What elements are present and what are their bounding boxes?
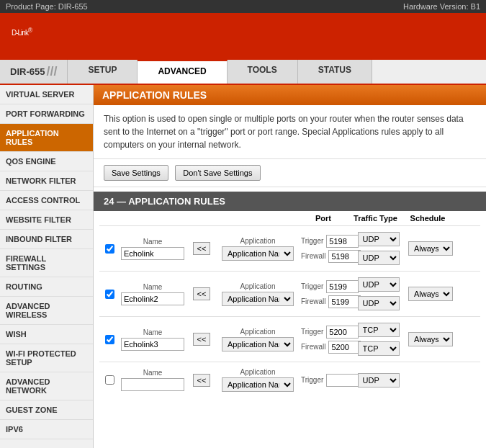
description-text: This option is used to open single or mu…: [104, 114, 464, 150]
logo-text: D-Link®: [12, 29, 32, 37]
rule1-trigger-label: Trigger: [301, 237, 323, 245]
column-headers: Port Traffic Type Schedule: [99, 211, 480, 226]
rule4-name-label: Name: [143, 369, 163, 377]
rule3-firewall-label: Firewall: [301, 343, 325, 351]
sidebar-item-advanced-network[interactable]: ADVANCED NETWORK: [0, 372, 93, 400]
sidebar-item-ipv6[interactable]: IPV6: [0, 420, 93, 439]
rule2-app-label: Application: [240, 282, 276, 290]
logo-trademark: ®: [28, 27, 32, 34]
rule2-firewall-traffic-select[interactable]: UDPTCPBoth: [358, 296, 400, 310]
device-name: DIR-655: [10, 66, 45, 77]
rule1-firewall-label: Firewall: [301, 252, 325, 260]
rule1-name-input[interactable]: [121, 247, 184, 260]
rule3-trigger-label: Trigger: [301, 328, 323, 336]
table-header-text: 24 — APPLICATION RULES: [104, 196, 225, 207]
description-box: This option is used to open single or mu…: [94, 105, 486, 159]
sidebar-item-routing[interactable]: ROUTING: [0, 277, 93, 297]
rule2-firewall-label: Firewall: [301, 297, 325, 305]
rule2-name-input[interactable]: [121, 292, 184, 305]
rule1-name-label: Name: [143, 238, 163, 246]
device-label: DIR-655 ///: [0, 60, 68, 84]
table-row: Name << Application Application Name Tri…: [99, 272, 480, 317]
sidebar-item-application-rules[interactable]: APPLICATION RULES: [0, 124, 93, 152]
sidebar-item-virtual-server[interactable]: VIRTUAL SERVER: [0, 85, 93, 104]
rule1-app-label: Application: [240, 237, 276, 245]
rule3-schedule-select[interactable]: Always: [408, 332, 453, 346]
rule3-name-input[interactable]: [121, 338, 184, 351]
rule1-trigger-row: Trigger: [301, 235, 351, 248]
rule2-trigger-label: Trigger: [301, 282, 323, 290]
rule3-trigger-row: Trigger: [301, 326, 351, 339]
tab-setup[interactable]: SETUP: [68, 60, 138, 84]
sidebar-item-network-filter[interactable]: NETWORK FILTER: [0, 171, 93, 191]
rule4-app-select[interactable]: Application Name: [222, 377, 294, 392]
rule2-schedule-select[interactable]: Always: [408, 287, 453, 301]
rule3-app-select[interactable]: Application Name: [222, 337, 294, 351]
rule4-arrow-button[interactable]: <<: [193, 374, 211, 387]
save-settings-button[interactable]: Save Settings: [104, 165, 168, 181]
rule3-checkbox[interactable]: [105, 335, 114, 344]
dont-save-settings-button[interactable]: Don't Save Settings: [175, 165, 260, 181]
rule4-checkbox[interactable]: [105, 375, 114, 385]
rule3-firewall-traffic-select[interactable]: TCPUDPBoth: [358, 341, 400, 356]
rule4-trigger-label: Trigger: [301, 376, 323, 384]
rule2-arrow-button[interactable]: <<: [193, 287, 211, 300]
rule4-checkbox-cell: [102, 375, 117, 385]
header: D-Link®: [0, 13, 486, 60]
rule2-checkbox[interactable]: [105, 290, 114, 299]
sidebar-item-advanced-wireless[interactable]: ADVANCED WIRELESS: [0, 297, 93, 325]
table-row: Name << Application Application Name Tri…: [99, 317, 480, 362]
content-area: APPLICATION RULES This option is used to…: [94, 85, 486, 448]
rule1-schedule-select[interactable]: Always: [408, 241, 453, 256]
rule1-checkbox[interactable]: [105, 244, 114, 254]
rule2-name-label: Name: [143, 283, 163, 291]
nav-tabs: DIR-655 /// SETUP ADVANCED TOOLS STATUS: [0, 60, 486, 85]
device-slashes: ///: [46, 64, 57, 79]
table-header-bar: 24 — APPLICATION RULES: [94, 192, 486, 211]
rule2-checkbox-cell: [102, 290, 117, 299]
sidebar-item-guest-zone[interactable]: GUEST ZONE: [0, 400, 93, 420]
col-schedule-header: Schedule: [402, 214, 453, 223]
rule2-app-select[interactable]: Application Name: [222, 292, 294, 306]
top-bar: Product Page: DIR-655 Hardware Version: …: [0, 0, 486, 13]
sidebar-item-access-control[interactable]: ACCESS CONTROL: [0, 191, 93, 210]
rule4-app-label: Application: [240, 368, 276, 376]
sidebar-item-website-filter[interactable]: WEBSITE FILTER: [0, 210, 93, 230]
tab-status[interactable]: STATUS: [298, 60, 372, 84]
rule1-trigger-traffic-select[interactable]: UDPTCPBoth: [358, 232, 400, 246]
logo: D-Link®: [12, 23, 32, 50]
rule3-name-label: Name: [143, 328, 163, 336]
tab-tools[interactable]: TOOLS: [228, 60, 298, 84]
sidebar-item-wifi-protected-setup[interactable]: WI-FI PROTECTED SETUP: [0, 344, 93, 372]
page-title-bar: APPLICATION RULES: [94, 85, 486, 105]
rule1-firewall-traffic-select[interactable]: UDPTCPBoth: [358, 251, 400, 265]
sidebar-item-firewall-settings[interactable]: FIREWALL SETTINGS: [0, 249, 93, 277]
sidebar-item-port-forwarding[interactable]: PORT FORWARDING: [0, 104, 93, 124]
rule1-app-select[interactable]: Application Name: [222, 246, 294, 261]
rule3-trigger-traffic-select[interactable]: TCPUDPBoth: [358, 323, 400, 337]
rule3-checkbox-cell: [102, 335, 117, 344]
rule1-arrow-button[interactable]: <<: [193, 242, 211, 255]
sidebar-item-wish[interactable]: WISH: [0, 325, 93, 344]
rule3-arrow-button[interactable]: <<: [193, 333, 211, 346]
product-label: Product Page: DIR-655: [6, 2, 88, 11]
rule2-trigger-traffic-select[interactable]: UDPTCPBoth: [358, 277, 400, 292]
rule4-name-input[interactable]: [121, 378, 184, 391]
page-title: APPLICATION RULES: [102, 89, 207, 101]
col-traffic-header: Traffic Type: [348, 214, 402, 223]
sidebar-item-qos-engine[interactable]: QOS ENGINE: [0, 152, 93, 171]
rule3-firewall-row: Firewall: [301, 341, 351, 354]
main-layout: VIRTUAL SERVER PORT FORWARDING APPLICATI…: [0, 85, 486, 448]
table-row: Name << Application Application Name Tri…: [99, 362, 480, 398]
rule4-trigger-traffic-select[interactable]: UDPTCPBoth: [358, 373, 400, 387]
sidebar-item-inbound-filter[interactable]: INBOUND FILTER: [0, 230, 93, 249]
hardware-label: Hardware Version: B1: [403, 2, 480, 11]
rule2-firewall-row: Firewall: [301, 295, 351, 308]
rule1-firewall-row: Firewall: [301, 250, 351, 263]
tab-advanced[interactable]: ADVANCED: [138, 60, 227, 84]
rule4-trigger-row: Trigger: [301, 374, 351, 387]
rule1-checkbox-cell: [102, 244, 117, 254]
sidebar: VIRTUAL SERVER PORT FORWARDING APPLICATI…: [0, 85, 94, 448]
rule2-trigger-row: Trigger: [301, 280, 351, 293]
rule3-app-label: Application: [240, 328, 276, 336]
